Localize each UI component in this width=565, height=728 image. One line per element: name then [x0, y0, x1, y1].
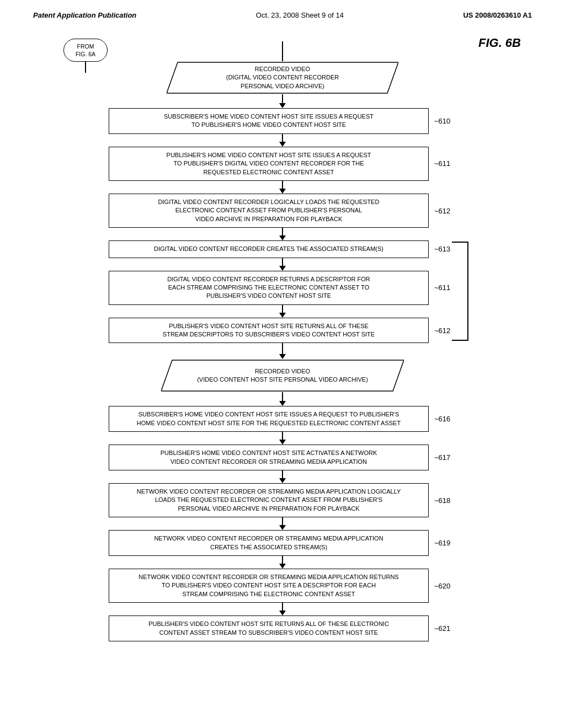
- step-612-row: DIGITAL VIDEO CONTENT RECORDER LOGICALLY…: [33, 194, 532, 228]
- step-617-box: PUBLISHER'S HOME VIDEO CONTENT HOST SITE…: [109, 445, 429, 470]
- step-621-box: PUBLISHER'S VIDEO CONTENT HOST SITE RETU…: [109, 615, 429, 641]
- step-610-label: ~610: [434, 117, 456, 125]
- step-610-row: SUBSCRIBER'S HOME VIDEO CONTENT HOST SIT…: [33, 108, 532, 134]
- step-611-box: PUBLISHER'S HOME VIDEO CONTENT HOST SITE…: [109, 147, 429, 181]
- step-617-row: PUBLISHER'S HOME VIDEO CONTENT HOST SITE…: [33, 445, 532, 470]
- from-fig-box: FROMFIG. 6A: [63, 39, 108, 62]
- step-619-box: NETWORK VIDEO CONTENT RECORDER OR STREAM…: [109, 530, 429, 556]
- step-610-box: SUBSCRIBER'S HOME VIDEO CONTENT HOST SIT…: [109, 108, 429, 134]
- step-618-row: NETWORK VIDEO CONTENT RECORDER OR STREAM…: [33, 483, 532, 517]
- step-615-box: PUBLISHER'S VIDEO CONTENT HOST SITE RETU…: [109, 318, 429, 344]
- step-618-box: NETWORK VIDEO CONTENT RECORDER OR STREAM…: [109, 483, 429, 517]
- page: Patent Application Publication Oct. 23, …: [0, 0, 565, 728]
- step-613-box: DIGITAL VIDEO CONTENT RECORDER CREATES T…: [109, 240, 429, 258]
- step-618-label: ~618: [434, 496, 456, 505]
- step-616-row: SUBSCRIBER'S HOME VIDEO CONTENT HOST SIT…: [33, 406, 532, 432]
- step-616-label: ~616: [434, 415, 456, 423]
- step-617-label: ~617: [434, 453, 456, 462]
- step-620-row: NETWORK VIDEO CONTENT RECORDER OR STREAM…: [33, 569, 532, 603]
- step-620-box: NETWORK VIDEO CONTENT RECORDER OR STREAM…: [109, 569, 429, 603]
- step-621-label: ~621: [434, 624, 456, 633]
- header-left-text: Patent Application Publication: [33, 11, 136, 19]
- step-620-label: ~620: [434, 582, 456, 590]
- step-611-label: ~611: [434, 159, 456, 168]
- step-612-box: DIGITAL VIDEO CONTENT RECORDER LOGICALLY…: [109, 194, 429, 228]
- recorded-video-1: RECORDED VIDEO(DIGITAL VIDEO CONTENT REC…: [33, 61, 532, 94]
- step-621-row: PUBLISHER'S VIDEO CONTENT HOST SITE RETU…: [33, 615, 532, 641]
- header-center-text: Oct. 23, 2008 Sheet 9 of 14: [256, 11, 344, 19]
- page-header: Patent Application Publication Oct. 23, …: [33, 11, 532, 19]
- step-619-label: ~619: [434, 539, 456, 547]
- step-616-box: SUBSCRIBER'S HOME VIDEO CONTENT HOST SIT…: [109, 406, 429, 432]
- step-614-box: DIGITAL VIDEO CONTENT RECORDER RETURNS A…: [109, 271, 429, 305]
- recorded-video-2: RECORDED VIDEO(VIDEO CONTENT HOST SITE P…: [33, 359, 532, 392]
- step-611-row: PUBLISHER'S HOME VIDEO CONTENT HOST SITE…: [33, 147, 532, 181]
- header-right-text: US 2008/0263610 A1: [463, 11, 532, 19]
- step-619-row: NETWORK VIDEO CONTENT RECORDER OR STREAM…: [33, 530, 532, 556]
- step-612-label: ~612: [434, 207, 456, 215]
